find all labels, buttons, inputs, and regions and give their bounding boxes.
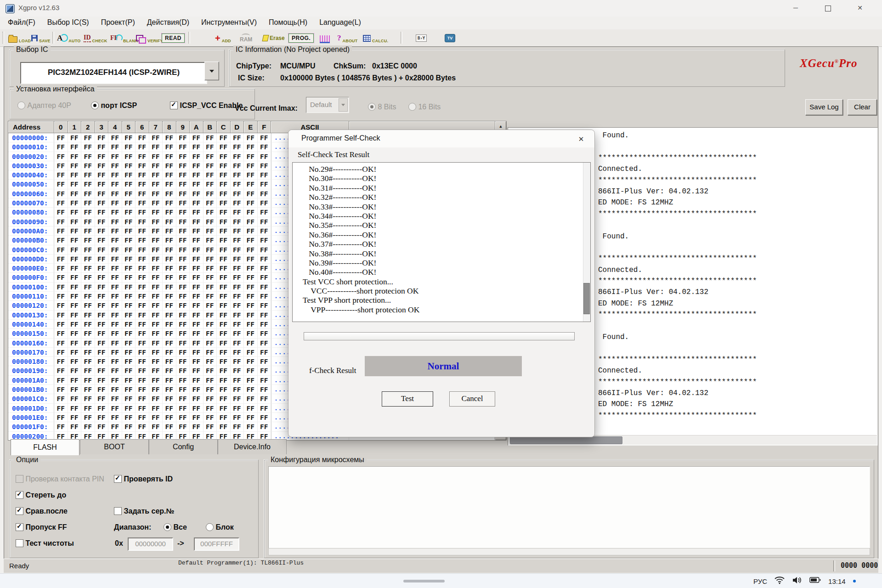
hex-byte-cell[interactable]: FF (95, 198, 109, 208)
load-button[interactable]: LOAD (8, 31, 31, 45)
hex-byte-cell[interactable]: FF (68, 301, 82, 310)
hex-byte-cell[interactable]: FF (231, 357, 244, 366)
hex-byte-cell[interactable]: FF (122, 180, 136, 189)
hex-byte-cell[interactable]: FF (231, 311, 244, 320)
hex-byte-cell[interactable]: FF (176, 339, 190, 348)
hex-byte-cell[interactable]: FF (176, 245, 190, 254)
hex-byte-cell[interactable]: FF (244, 366, 258, 375)
hex-byte-cell[interactable]: FF (176, 264, 190, 273)
hex-byte-cell[interactable]: FF (108, 152, 122, 161)
hex-byte-cell[interactable]: FF (258, 357, 271, 366)
hex-byte-cell[interactable]: FF (81, 152, 95, 161)
hex-byte-cell[interactable]: FF (204, 142, 217, 152)
hex-byte-cell[interactable]: FF (204, 198, 217, 208)
hex-byte-cell[interactable]: FF (190, 385, 204, 394)
hex-byte-cell[interactable]: FF (231, 348, 244, 357)
taskbar-app-indicator[interactable] (403, 580, 445, 582)
hex-byte-cell[interactable]: FF (122, 394, 136, 403)
hex-byte-cell[interactable]: FF (217, 413, 231, 422)
hex-byte-cell[interactable]: FF (204, 273, 217, 282)
hex-byte-cell[interactable]: FF (108, 273, 122, 282)
hex-byte-cell[interactable]: FF (149, 133, 163, 142)
tab-flash[interactable]: FLASH (11, 439, 79, 455)
hex-byte-cell[interactable]: FF (231, 273, 244, 282)
pin-detect-button[interactable] (320, 31, 330, 45)
hex-byte-cell[interactable]: FF (231, 376, 244, 385)
hex-byte-cell[interactable]: FF (136, 198, 149, 208)
hex-byte-cell[interactable]: FF (68, 142, 82, 152)
hex-byte-cell[interactable]: FF (81, 254, 95, 264)
hex-byte-cell[interactable]: FF (204, 217, 217, 226)
hex-byte-cell[interactable]: FF (163, 301, 176, 310)
hex-byte-cell[interactable]: FF (149, 366, 163, 375)
hex-byte-cell[interactable]: FF (163, 273, 176, 282)
about-button[interactable]: ?ABOUT (337, 31, 358, 45)
hex-byte-cell[interactable]: FF (136, 273, 149, 282)
tab-boot[interactable]: BOOT (80, 439, 149, 454)
hex-byte-cell[interactable]: FF (190, 301, 204, 310)
hex-byte-cell[interactable]: FF (217, 404, 231, 413)
maximize-button[interactable] (816, 0, 840, 16)
hex-byte-cell[interactable]: FF (244, 394, 258, 403)
hex-byte-cell[interactable]: FF (176, 376, 190, 385)
hex-byte-cell[interactable]: FF (108, 198, 122, 208)
hex-byte-cell[interactable]: FF (95, 254, 109, 264)
hex-byte-cell[interactable]: FF (81, 208, 95, 217)
hex-byte-cell[interactable]: FF (190, 254, 204, 264)
hex-byte-cell[interactable]: FF (258, 320, 271, 329)
hex-byte-cell[interactable]: FF (136, 422, 149, 431)
hex-byte-cell[interactable]: FF (122, 311, 136, 320)
hex-byte-cell[interactable]: FF (217, 357, 231, 366)
hex-byte-cell[interactable]: FF (176, 180, 190, 189)
hex-byte-cell[interactable]: FF (217, 245, 231, 254)
hex-byte-cell[interactable]: FF (122, 161, 136, 170)
hex-byte-cell[interactable]: FF (81, 273, 95, 282)
hex-byte-cell[interactable]: FF (81, 301, 95, 310)
hex-byte-cell[interactable]: FF (217, 394, 231, 403)
hex-byte-cell[interactable]: FF (95, 226, 109, 236)
hex-byte-cell[interactable]: FF (108, 385, 122, 394)
hex-byte-cell[interactable]: FF (217, 217, 231, 226)
hex-byte-cell[interactable]: FF (217, 273, 231, 282)
hex-byte-cell[interactable]: FF (68, 320, 82, 329)
hex-byte-cell[interactable]: FF (258, 348, 271, 357)
hex-byte-cell[interactable]: FF (122, 133, 136, 142)
hex-byte-cell[interactable]: FF (217, 348, 231, 357)
hex-byte-cell[interactable]: FF (95, 413, 109, 422)
hex-byte-cell[interactable]: FF (149, 142, 163, 152)
hex-byte-cell[interactable]: FF (244, 329, 258, 338)
hex-byte-cell[interactable]: FF (68, 273, 82, 282)
hex-byte-cell[interactable]: FF (149, 422, 163, 431)
hex-byte-cell[interactable]: FF (54, 422, 68, 431)
hex-byte-cell[interactable]: FF (244, 142, 258, 152)
hex-byte-cell[interactable]: FF (149, 170, 163, 180)
hex-byte-cell[interactable]: FF (231, 226, 244, 236)
hex-byte-cell[interactable]: FF (122, 273, 136, 282)
hex-byte-cell[interactable]: FF (54, 236, 68, 245)
hex-byte-cell[interactable]: FF (122, 292, 136, 301)
hex-byte-cell[interactable]: FF (95, 245, 109, 254)
hex-byte-cell[interactable]: FF (108, 180, 122, 189)
hex-byte-cell[interactable]: FF (163, 170, 176, 180)
hex-byte-cell[interactable]: FF (231, 404, 244, 413)
notification-dot-icon[interactable] (853, 580, 856, 582)
id-check-checkbox[interactable]: Проверять ID (114, 475, 173, 483)
hex-byte-cell[interactable]: FF (217, 264, 231, 273)
hex-byte-cell[interactable]: FF (258, 170, 271, 180)
hex-byte-cell[interactable]: FF (163, 208, 176, 217)
dialog-scrollbar[interactable] (583, 163, 590, 322)
hex-byte-cell[interactable]: FF (244, 189, 258, 198)
hex-byte-cell[interactable]: FF (163, 283, 176, 292)
hex-byte-cell[interactable]: FF (190, 329, 204, 338)
hex-byte-cell[interactable]: FF (95, 217, 109, 226)
hex-byte-cell[interactable]: FF (108, 161, 122, 170)
ic-select-dropdown-button[interactable] (204, 62, 219, 80)
hex-byte-cell[interactable]: FF (68, 208, 82, 217)
hex-byte-cell[interactable]: FF (163, 413, 176, 422)
hex-byte-cell[interactable]: FF (149, 404, 163, 413)
hex-byte-cell[interactable]: FF (149, 320, 163, 329)
hex-byte-cell[interactable]: FF (190, 133, 204, 142)
hex-byte-cell[interactable]: FF (176, 311, 190, 320)
hex-byte-cell[interactable]: FF (54, 170, 68, 180)
skip-ff-checkbox[interactable]: Пропуск FF (16, 523, 67, 531)
